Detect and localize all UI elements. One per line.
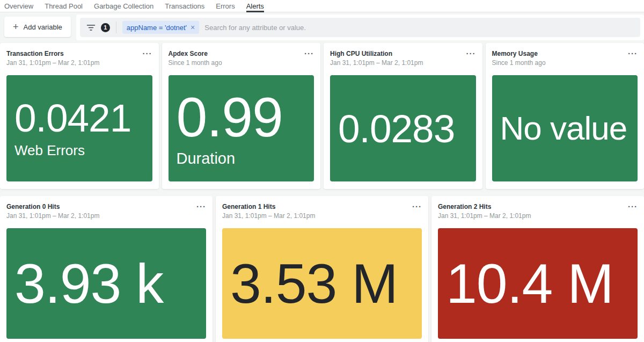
- filter-bar-container: 1 appName = 'dotnet' ×: [76, 14, 644, 40]
- card-header: Transaction Errors Jan 31, 1:01pm – Mar …: [6, 50, 152, 67]
- plus-icon: +: [13, 22, 19, 32]
- tab-garbage-collection[interactable]: Garbage Collection: [94, 0, 153, 12]
- card-time-range: Jan 31, 1:01pm – Mar 2, 1:01pm: [330, 59, 423, 67]
- billboard-value: No value: [500, 112, 627, 145]
- billboard-value: 10.4 M: [446, 256, 613, 311]
- billboard-value: 0.0283: [338, 109, 455, 148]
- card-header: Generation 2 Hits Jan 31, 1:01pm – Mar 2…: [438, 203, 638, 220]
- add-variable-button[interactable]: + Add variable: [4, 17, 71, 37]
- filter-chip-text: appName = 'dotnet': [127, 24, 187, 32]
- card-title: High CPU Utilization: [330, 50, 423, 57]
- billboard-value: 3.53 M: [230, 256, 398, 311]
- billboard-generation-1[interactable]: 3.53 M: [222, 228, 422, 339]
- filter-chip-appname[interactable]: appName = 'dotnet' ×: [122, 21, 199, 34]
- dashboard-page: + Add variable 1 appName = 'dotnet' ×: [0, 12, 644, 342]
- billboard-label: Web Errors: [14, 142, 85, 159]
- card-time-range: Since 1 month ago: [492, 59, 546, 67]
- card-title: Memory Usage: [492, 50, 546, 57]
- card-time-range: Jan 31, 1:01pm – Mar 2, 1:01pm: [6, 212, 99, 220]
- filter-bar: 1 appName = 'dotnet' ×: [80, 18, 640, 37]
- card-header: Generation 0 Hits Jan 31, 1:01pm – Mar 2…: [6, 203, 206, 220]
- billboard-value: 3.93 k: [14, 256, 163, 311]
- billboard-generation-2[interactable]: 10.4 M: [438, 228, 638, 339]
- card-header: High CPU Utilization Jan 31, 1:01pm – Ma…: [330, 50, 476, 67]
- ellipsis-menu-icon[interactable]: ···: [463, 50, 476, 59]
- widget-high-cpu-utilization: High CPU Utilization Jan 31, 1:01pm – Ma…: [324, 43, 482, 189]
- widget-memory-usage: Memory Usage Since 1 month ago ··· No va…: [486, 43, 644, 189]
- tab-bar: Overview Thread Pool Garbage Collection …: [0, 0, 644, 12]
- widgets-row-2: Generation 0 Hits Jan 31, 1:01pm – Mar 2…: [0, 196, 644, 342]
- billboard-memory-usage[interactable]: No value: [492, 75, 638, 181]
- card-header: Apdex Score Since 1 month ago ···: [169, 50, 314, 67]
- card-title: Generation 2 Hits: [438, 203, 531, 210]
- ellipsis-menu-icon[interactable]: ···: [140, 50, 152, 59]
- widget-transaction-errors: Transaction Errors Jan 31, 1:01pm – Mar …: [0, 43, 159, 189]
- card-header: Memory Usage Since 1 month ago ···: [492, 50, 638, 67]
- billboard-value: 0.99: [177, 89, 283, 145]
- ellipsis-menu-icon[interactable]: ···: [193, 203, 206, 212]
- dashboard-toolbar: + Add variable 1 appName = 'dotnet' ×: [0, 12, 644, 40]
- widget-generation-2-hits: Generation 2 Hits Jan 31, 1:01pm – Mar 2…: [431, 196, 644, 342]
- card-time-range: Jan 31, 1:01pm – Mar 2, 1:01pm: [222, 212, 315, 220]
- ellipsis-menu-icon[interactable]: ···: [625, 203, 638, 212]
- billboard-label: Duration: [177, 150, 236, 168]
- card-time-range: Jan 31, 1:01pm – Mar 2, 1:01pm: [6, 59, 99, 67]
- tab-alerts[interactable]: Alerts: [246, 0, 264, 12]
- widget-apdex-score: Apdex Score Since 1 month ago ··· 0.99 D…: [162, 43, 321, 189]
- tab-errors[interactable]: Errors: [216, 0, 235, 12]
- ellipsis-menu-icon[interactable]: ···: [625, 50, 638, 59]
- card-title: Transaction Errors: [6, 50, 99, 57]
- billboard-transaction-errors[interactable]: 0.0421 Web Errors: [6, 75, 152, 181]
- tab-overview[interactable]: Overview: [4, 0, 33, 12]
- card-time-range: Jan 31, 1:01pm – Mar 2, 1:01pm: [438, 212, 531, 220]
- widget-generation-0-hits: Generation 0 Hits Jan 31, 1:01pm – Mar 2…: [0, 196, 213, 342]
- ellipsis-menu-icon[interactable]: ···: [301, 50, 314, 59]
- ellipsis-menu-icon[interactable]: ···: [409, 203, 422, 212]
- card-title: Generation 0 Hits: [6, 203, 99, 210]
- add-variable-label: Add variable: [24, 23, 62, 31]
- billboard-high-cpu[interactable]: 0.0283: [330, 75, 476, 181]
- filter-count-badge: 1: [101, 23, 110, 32]
- card-time-range: Since 1 month ago: [169, 59, 222, 67]
- card-title: Apdex Score: [169, 50, 222, 57]
- filter-divider: [116, 21, 116, 33]
- billboard-apdex-score[interactable]: 0.99 Duration: [169, 75, 314, 181]
- tab-transactions[interactable]: Transactions: [165, 0, 204, 12]
- widgets-grid: Transaction Errors Jan 31, 1:01pm – Mar …: [0, 43, 644, 342]
- widget-generation-1-hits: Generation 1 Hits Jan 31, 1:01pm – Mar 2…: [216, 196, 428, 342]
- card-header: Generation 1 Hits Jan 31, 1:01pm – Mar 2…: [222, 203, 422, 220]
- tab-thread-pool[interactable]: Thread Pool: [45, 0, 83, 12]
- billboard-value: 0.0421: [14, 98, 131, 137]
- widgets-row-1: Transaction Errors Jan 31, 1:01pm – Mar …: [0, 43, 644, 189]
- card-title: Generation 1 Hits: [222, 203, 315, 210]
- billboard-generation-0[interactable]: 3.93 k: [6, 228, 206, 339]
- chip-close-icon[interactable]: ×: [191, 24, 195, 31]
- filter-search-input[interactable]: [204, 24, 635, 32]
- filter-funnel-icon[interactable]: [85, 23, 97, 33]
